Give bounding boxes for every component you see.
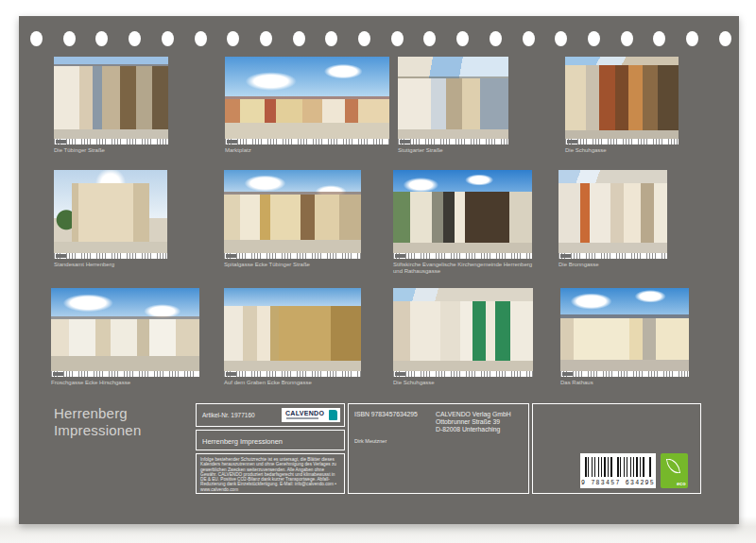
thumbnail-caption: Das Rathaus [560, 380, 593, 386]
binding-hole [162, 31, 174, 46]
thumbnail-photo [558, 170, 667, 253]
binding-hole [686, 31, 698, 46]
thumbnail-datestrip [393, 253, 532, 259]
binding-hole [456, 31, 469, 46]
thumbnail-photo [393, 288, 533, 371]
thumbnail-datestrip [224, 253, 361, 259]
product-title-box: Herrenberg Impressionen [196, 430, 345, 450]
publisher-name: CALVENDO Verlag GmbH [436, 411, 511, 418]
binding-hole [423, 31, 436, 46]
thumbnail-datestrip [54, 253, 167, 259]
thumbnail-datestrip [558, 253, 667, 259]
thumbnail-spitalgasse: Spitalgasse Ecke Tübinger Straße [224, 170, 361, 259]
binding-holes [30, 30, 731, 46]
thumbnail-caption: Die Bronngasse [558, 262, 599, 268]
thumbnail-caption: Die Schuhgasse [393, 380, 435, 386]
thumbnail-caption: Stuttgarter Straße [398, 147, 443, 154]
thumbnail-bronngasse: Die Bronngasse [558, 170, 667, 259]
eco-label: eco [677, 481, 685, 486]
thumbnail-schuhgasse-2: Die Schuhgasse [393, 288, 533, 377]
thumbnail-datestrip [54, 139, 168, 144]
binding-hole [653, 31, 665, 46]
binding-hole [227, 31, 239, 46]
thumbnail-schuhgasse-1: Die Schuhgasse [565, 57, 679, 144]
thumbnail-caption: Auf dem Graben Ecke Bronngasse [224, 380, 312, 386]
thumbnail-datestrip [225, 139, 389, 144]
thumbnail-photo [393, 170, 532, 253]
binding-hole [391, 31, 404, 46]
thumbnail-auf-dem-graben: Auf dem Graben Ecke Bronngasse [224, 288, 361, 377]
thumbnail-datestrip [224, 371, 361, 377]
ean-barcode: 9 783457 634295 [580, 453, 656, 488]
binding-hole [63, 31, 76, 46]
thumbnail-caption: Marktplatz [225, 147, 251, 154]
thumbnail-photo [54, 170, 167, 253]
binding-hole [719, 31, 731, 46]
thumbnail-photo [560, 288, 689, 371]
thumbnail-photo [398, 57, 508, 139]
article-number-box: Artikel-Nr. 1977160 CALVENDO [196, 403, 345, 427]
thumbnail-standesamt: Standesamt Herrenberg [54, 170, 167, 259]
binding-hole [129, 31, 141, 46]
thumbnail-marktplatz: Marktplatz [225, 57, 389, 144]
thumbnail-photo [54, 57, 168, 139]
calendar-title-line1: Herrenberg [54, 405, 141, 422]
isbn-text: ISBN 9783457634295 [354, 411, 418, 417]
thumbnail-datestrip [51, 371, 199, 377]
thumbnail-photo [225, 57, 389, 139]
author-name: Dirk Meutzner [354, 438, 387, 444]
thumbnail-caption: Spitalgasse Ecke Tübinger Straße [224, 262, 310, 268]
thumbnail-datestrip [565, 139, 679, 144]
thumbnail-caption: Stiftskirche Evangelische Kirchengemeind… [393, 262, 542, 275]
calendar-back-cover: Die Tübinger Straße Marktplatz Stuttgart… [19, 16, 739, 524]
binding-hole [490, 31, 502, 46]
binding-hole [358, 31, 370, 46]
binding-hole [293, 31, 305, 46]
calvendo-logo: CALVENDO [282, 408, 340, 422]
thumbnail-stiftskirche: Stiftskirche Evangelische Kirchengemeind… [393, 170, 532, 259]
publisher-address: CALVENDO Verlag GmbH Ottobrunner Straße … [436, 411, 511, 433]
product-title: Herrenberg Impressionen [202, 437, 283, 446]
calendar-title-line2: Impressionen [54, 422, 141, 439]
binding-hole [95, 31, 108, 46]
calvendo-brand-text: CALVENDO [285, 410, 324, 416]
legal-box: Infolge bestehender Schutzrechte ist es … [196, 453, 345, 494]
thumbnail-froschgasse: Froschgasse Ecke Hirschgasse [51, 288, 199, 377]
thumbnail-photo [51, 288, 199, 371]
binding-hole [523, 31, 535, 46]
binding-hole [195, 31, 207, 46]
publisher-street: Ottobrunner Straße 39 [436, 418, 511, 426]
thumbnail-caption: Die Schuhgasse [565, 147, 607, 154]
thumbnail-tuebinger-strasse: Die Tübinger Straße [54, 57, 168, 144]
binding-hole [260, 31, 272, 46]
eco-logo: eco [661, 453, 688, 488]
barcode-bars [585, 457, 651, 477]
thumbnail-datestrip [398, 139, 508, 144]
binding-hole [555, 31, 567, 46]
calvendo-mark-icon [329, 410, 337, 420]
calvendo-tagline [286, 417, 318, 419]
page-background: Die Tübinger Straße Marktplatz Stuttgart… [0, 0, 756, 543]
thumbnail-photo [224, 170, 361, 253]
thumbnail-caption: Froschgasse Ecke Hirschgasse [51, 380, 130, 386]
article-number: Artikel-Nr. 1977160 [202, 412, 255, 418]
publisher-city: D-82008 Unterhaching [436, 426, 511, 433]
thumbnail-datestrip [393, 371, 533, 377]
thumbnail-rathaus: Das Rathaus [560, 288, 689, 377]
barcode-digits: 9 783457 634295 [580, 480, 656, 486]
binding-hole [621, 31, 633, 46]
thumbnail-photo [565, 57, 679, 139]
thumbnail-datestrip [560, 371, 689, 377]
binding-hole [325, 31, 337, 46]
thumbnail-caption: Standesamt Herrenberg [54, 262, 114, 268]
binding-hole [30, 31, 43, 46]
calendar-title: Herrenberg Impressionen [54, 405, 141, 438]
leaf-icon [666, 457, 680, 475]
isbn-publisher-box: ISBN 9783457634295 CALVENDO Verlag GmbH … [348, 403, 529, 494]
binding-hole [588, 31, 600, 46]
legal-text: Infolge bestehender Schutzrechte ist es … [200, 457, 341, 492]
thumbnail-photo [224, 288, 361, 371]
thumbnail-stuttgarter-strasse: Stuttgarter Straße [398, 57, 508, 144]
barcode-box: 9 783457 634295 eco [532, 403, 701, 494]
thumbnail-caption: Die Tübinger Straße [54, 147, 105, 154]
